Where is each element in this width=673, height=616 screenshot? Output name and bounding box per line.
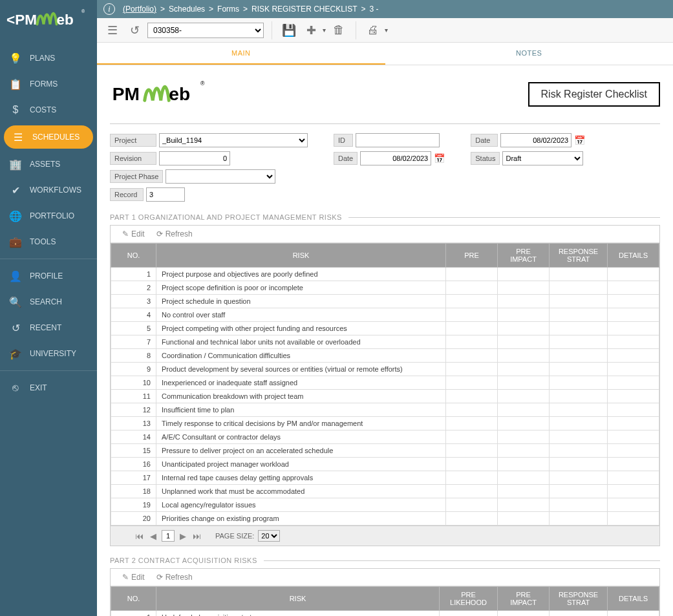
phase-select[interactable] [166,169,275,184]
col-risk[interactable]: RISK [156,587,440,611]
col-pre[interactable]: PRE [446,244,498,268]
briefcase-icon: 💼 [9,235,22,248]
nav-forms[interactable]: 📋FORMS [0,71,97,97]
table-row[interactable]: 1Undefended acquisition strategy [111,611,659,617]
col-risk[interactable]: RISK [156,244,446,268]
table-row[interactable]: 19Local agency/regulator issues [111,498,659,512]
nav-tools[interactable]: 💼TOOLS [0,229,97,255]
cell-pre-impact [498,611,550,617]
cell-pre-impact [498,363,550,376]
exit-icon: ⎋ [9,381,22,394]
table-row[interactable]: 10Inexperienced or inadequate staff assi… [111,376,659,390]
col-pre-like[interactable]: PRE LIKEHOOD [440,587,498,611]
col-pre-impact[interactable]: PRE IMPACT [498,587,550,611]
tab-main[interactable]: MAIN [97,43,385,65]
cell-pre [446,485,498,498]
print-button[interactable]: 🖨 [364,21,382,39]
part1-edit-button[interactable]: ✎Edit [122,229,145,239]
nav-portfolio[interactable]: 🌐PORTFOLIO [0,203,97,229]
add-dropdown-caret[interactable]: ▾ [323,27,326,34]
table-row[interactable]: 4No control over staff [111,308,659,322]
check-icon: ✔ [9,184,22,196]
page-input[interactable] [162,530,175,542]
table-row[interactable]: 7Functional and technical labor units no… [111,335,659,349]
col-details[interactable]: DETAILS [608,244,659,268]
table-row[interactable]: 3Project schedule in question [111,295,659,308]
calendar-icon[interactable]: 📅 [574,135,585,145]
col-details[interactable]: DETAILS [608,587,659,611]
status-select[interactable]: Draft [502,151,583,165]
col-strategy[interactable]: RESPONSE STRAT [550,244,608,268]
pager-next[interactable]: ▶ [178,531,187,541]
nav-university[interactable]: 🎓UNIVERSITY [0,341,97,366]
pager-first[interactable]: ⏮ [134,531,145,541]
cell-pre [446,363,498,376]
table-row[interactable]: 2Project scope definition is poor or inc… [111,281,659,295]
nav-search[interactable]: 🔍SEARCH [0,289,97,315]
pager-prev[interactable]: ◀ [149,531,158,541]
cell-no: 13 [111,417,156,430]
cell-risk: Inexperienced or inadequate staff assign… [156,376,446,390]
undo-button[interactable]: ↺ [125,21,144,39]
print-dropdown-caret[interactable]: ▾ [385,27,388,34]
nav-costs[interactable]: $COSTS [0,97,97,123]
nav-recent[interactable]: ↺RECENT [0,315,97,341]
part2-refresh-button[interactable]: ⟳Refresh [156,573,193,582]
info-icon[interactable]: i [103,3,115,15]
nav-plans[interactable]: 💡PLANS [0,45,97,71]
nav-schedules[interactable]: ☰SCHEDULES [4,125,93,149]
table-row[interactable]: 12Insufficient time to plan [111,403,659,417]
nav-exit[interactable]: ⎋EXIT [0,375,97,401]
breadcrumb-schedules: Schedules [169,5,205,14]
table-row[interactable]: 15Pressure to deliver project on an acce… [111,444,659,458]
cell-strategy [550,430,608,444]
cell-pre-impact [498,281,550,295]
date-lower-input[interactable] [360,151,431,165]
part2-edit-button[interactable]: ✎Edit [122,573,145,582]
table-row[interactable]: 1Project purpose and objectives are poor… [111,268,659,281]
part1-refresh-button[interactable]: ⟳Refresh [156,229,193,239]
date-upper-input[interactable] [500,133,572,147]
col-pre-impact[interactable]: PRE IMPACT [498,244,550,268]
record-input[interactable] [146,187,185,202]
table-row[interactable]: 11Communication breakdown with project t… [111,390,659,403]
cell-pre-impact [498,417,550,430]
page-size-select[interactable]: 20 [258,530,280,542]
col-strategy[interactable]: RESPONSE STRAT [550,587,608,611]
cell-strategy [550,322,608,335]
revision-input[interactable] [159,151,230,165]
cell-strategy [550,308,608,322]
delete-button[interactable]: 🗑 [330,21,348,39]
cell-details [608,512,659,526]
date-upper-label: Date [471,134,498,147]
col-no[interactable]: NO. [111,244,156,268]
calendar-icon[interactable]: 📅 [434,153,445,164]
add-button[interactable]: ✚ [302,21,320,39]
pager-last[interactable]: ⏭ [191,531,202,541]
table-row[interactable]: 8Coordination / Communication difficulti… [111,349,659,363]
table-row[interactable]: 9Product development by several sources … [111,363,659,376]
list-view-button[interactable]: ☰ [103,21,122,39]
table-row[interactable]: 5Project competing with other project fu… [111,322,659,335]
breadcrumb-portfolio[interactable]: (Portfolio) [123,5,156,14]
cell-risk: Project scope definition is poor or inco… [156,281,446,295]
col-no[interactable]: NO. [111,587,156,611]
tab-notes[interactable]: NOTES [385,43,674,65]
list-icon: ☰ [12,131,25,143]
nav-profile[interactable]: 👤PROFILE [0,263,97,289]
id-input[interactable] [356,133,440,147]
table-row[interactable]: 14A/E/C Consultant or contractor delays [111,430,659,444]
record-select[interactable]: 030358- [147,23,264,38]
table-row[interactable]: 20Priorities change on existing program [111,512,659,526]
save-button[interactable]: 💾 [280,21,298,39]
building-icon: 🏢 [9,158,22,171]
cell-pre [446,376,498,390]
user-icon: 👤 [9,270,22,282]
table-row[interactable]: 17Internal red tape causes delay getting… [111,471,659,485]
table-row[interactable]: 13Timely response to critical decisions … [111,417,659,430]
nav-assets[interactable]: 🏢ASSETS [0,151,97,177]
project-select[interactable]: _Build_1194 [159,133,308,147]
table-row[interactable]: 18Unplanned work that must be accommodat… [111,485,659,498]
table-row[interactable]: 16Unanticipated project manager workload [111,458,659,471]
nav-workflows[interactable]: ✔WORKFLOWS [0,177,97,203]
